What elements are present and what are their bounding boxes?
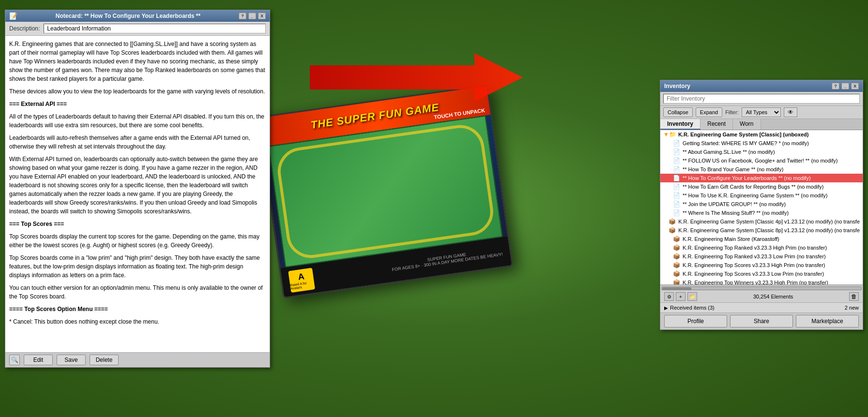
notecard-title-icon: 📝	[9, 12, 17, 20]
inventory-eye-btn[interactable]: 👁	[784, 107, 797, 117]
inventory-tabs: Inventory Recent Worn	[660, 119, 863, 130]
inventory-help-btn[interactable]: ?	[832, 83, 839, 89]
notecard-para-9: * Cancel: This button does nothing excep…	[9, 317, 266, 326]
board-rating: A Rated A for Avatars	[288, 268, 315, 293]
inventory-filter-label: Filter:	[725, 109, 739, 115]
received-label: ▶ Received items (3)	[664, 305, 715, 311]
inventory-received-row[interactable]: ▶ Received items (3) 2 new	[660, 303, 863, 313]
notecard-section-topscores: === Top Scores ===	[9, 220, 266, 228]
notecard-section-extapi: === External API ===	[9, 100, 266, 108]
notecard-search-icon-btn[interactable]: 🔍	[9, 355, 20, 365]
list-item-15[interactable]: 📦 K.R. Engineering Top Scores v3.23.3 Hi…	[660, 261, 863, 269]
inventory-share-btn[interactable]: Share	[730, 315, 793, 328]
list-item-4[interactable]: 📄 ** How To Brand Your Game ** (no modif…	[660, 165, 863, 174]
item-label-15: K.R. Engineering Top Scores v3.23.3 High…	[683, 262, 825, 268]
notecard-para-6: Top Scores boards display the current to…	[9, 232, 266, 250]
item-label-11: K.R. Engineering Game System [Classic 8p…	[678, 227, 860, 233]
item-label-8: ** Join the UPDATE GROUP! ** (no modify)	[683, 201, 786, 207]
inventory-search-input[interactable]	[663, 94, 860, 104]
item-label-3: ** FOLLOW US on Facebook, Google+ and Tw…	[683, 158, 838, 164]
inventory-expand-btn[interactable]: Expand	[696, 107, 722, 117]
doc-icon-7: 📄	[673, 192, 681, 199]
inventory-close-btn[interactable]: X	[851, 83, 859, 89]
box-icon-12: 📦	[673, 236, 681, 242]
notecard-para-5: With External API turned on, leaderboard…	[9, 155, 266, 216]
list-item-3[interactable]: 📄 ** FOLLOW US on Facebook, Google+ and …	[660, 156, 863, 165]
list-item-2[interactable]: 📄 ** About Gaming.SL.Live ** (no modify)	[660, 148, 863, 156]
item-label-4: ** How To Brand Your Game ** (no modify)	[683, 166, 783, 172]
notecard-para-2: These devices allow you to view the top …	[9, 87, 266, 96]
list-item-13[interactable]: 📦 K.R. Engineering Top Ranked v3.23.3 Hi…	[660, 243, 863, 252]
notecard-para-7: Top Scores boards come in a "low prim" a…	[9, 253, 266, 280]
received-text: Received items (3)	[670, 305, 715, 311]
item-label-5: ** How To Configure Your Leaderboards **…	[683, 175, 811, 181]
list-item-14[interactable]: 📦 K.R. Engineering Top Ranked v3.23.3 Lo…	[660, 252, 863, 261]
notecard-delete-btn[interactable]: Delete	[90, 355, 119, 365]
box-icon-14: 📦	[673, 253, 681, 260]
notecard-para-3: All of the types of Leaderboards default…	[9, 112, 266, 130]
received-arrow-icon: ▶	[664, 305, 668, 311]
doc-icon-6: 📄	[673, 183, 681, 190]
notecard-edit-btn[interactable]: Edit	[24, 355, 53, 365]
inventory-window: Inventory ? _ X Collapse Expand Filter: …	[660, 80, 863, 330]
item-label-12: K.R. Engineering Main Store (Karoastoff)	[683, 236, 779, 242]
notecard-help-btn[interactable]: ?	[239, 13, 246, 19]
tab-recent[interactable]: Recent	[700, 119, 733, 130]
box-icon-13: 📦	[673, 244, 681, 251]
notecard-para-4: Leaderboards will auto-refresh themselve…	[9, 134, 266, 151]
notecard-title-text: Notecard: ** How To Configure Your Leade…	[56, 13, 200, 19]
inventory-minimize-btn[interactable]: _	[841, 83, 849, 89]
notecard-minimize-btn[interactable]: _	[248, 13, 256, 19]
doc-icon-4: 📄	[673, 166, 681, 173]
board-box: THE SUPER FUN GAME TOUCH TO UNPACK A Rat…	[258, 84, 513, 298]
list-item-11[interactable]: 📦 K.R. Engineering Game System [Classic …	[660, 226, 863, 235]
folder-icon: ▼📁	[663, 131, 676, 138]
folder-label: K.R. Engineering Game System [Classic] (…	[678, 132, 809, 137]
notecard-desc-label: Description:	[9, 25, 40, 32]
game-board-inner: THE SUPER FUN GAME TOUCH TO UNPACK A Rat…	[258, 79, 556, 328]
inventory-list[interactable]: ▼📁 K.R. Engineering Game System [Classic…	[660, 130, 863, 285]
item-label-13: K.R. Engineering Top Ranked v3.23.3 High…	[683, 245, 827, 251]
item-label-16: K.R. Engineering Top Scores v3.23.3 Low …	[683, 271, 824, 277]
box-icon-16: 📦	[673, 270, 681, 277]
list-item-5-selected[interactable]: 📄 ** How To Configure Your Leaderboards …	[660, 174, 863, 182]
list-item-17[interactable]: 📦 K.R. Engineering Top Winners v3.23.3 H…	[660, 278, 863, 285]
inventory-trash-btn[interactable]: 🗑	[849, 292, 859, 301]
item-label-6: ** How To Earn Gift Cards for Reporting …	[683, 184, 823, 190]
notecard-para-8: You can touch either version for an opti…	[9, 283, 266, 301]
inventory-count: 30,254 Elements	[699, 294, 847, 299]
inventory-settings-btn[interactable]: ⚙	[664, 292, 674, 301]
inventory-collapse-btn[interactable]: Collapse	[663, 107, 693, 117]
hscroll-track	[661, 286, 862, 290]
notecard-titlebar-controls: ? _ X	[239, 13, 266, 19]
inventory-add-btn[interactable]: +	[676, 292, 685, 301]
doc-icon-1: 📄	[673, 140, 681, 147]
game-board-area: THE SUPER FUN GAME TOUCH TO UNPACK A Rat…	[271, 97, 542, 310]
inventory-marketplace-btn[interactable]: Marketplace	[796, 315, 859, 328]
list-item-16[interactable]: 📦 K.R. Engineering Top Scores v3.23.3 Lo…	[660, 269, 863, 278]
list-item-7[interactable]: 📄 ** How To Use K.R. Engineering Game Sy…	[660, 191, 863, 200]
item-label-9: ** Where Is The Missing Stuff? ** (no mo…	[683, 210, 789, 216]
svg-marker-0	[310, 53, 523, 102]
list-item-8[interactable]: 📄 ** Join the UPDATE GROUP! ** (no modif…	[660, 200, 863, 208]
notecard-close-btn[interactable]: X	[258, 13, 266, 19]
inventory-profile-btn[interactable]: Profile	[664, 315, 727, 328]
inventory-filter-select[interactable]: All Types Notecards Objects Scripts	[742, 107, 781, 117]
notecard-section-menu: ==== Top Scores Option Menu ====	[9, 305, 266, 313]
list-item-12[interactable]: 📦 K.R. Engineering Main Store (Karoastof…	[660, 235, 863, 243]
list-item-6[interactable]: 📄 ** How To Earn Gift Cards for Reportin…	[660, 182, 863, 191]
tab-inventory[interactable]: Inventory	[660, 119, 700, 130]
inventory-title-text: Inventory	[664, 83, 690, 89]
notecard-content[interactable]: K.R. Engineering games that are connecte…	[5, 36, 270, 352]
list-item-1[interactable]: 📄 Getting Started: WHERE IS MY GAME? * (…	[660, 139, 863, 148]
inventory-folder-btn[interactable]: 📁	[687, 292, 697, 301]
tab-worn[interactable]: Worn	[733, 119, 761, 130]
received-count: 2 new	[845, 305, 859, 311]
list-item-10[interactable]: 📦 K.R. Engineering Game System [Classic …	[660, 217, 863, 226]
box-icon-10: 📦	[669, 218, 676, 225]
list-item-folder-kr[interactable]: ▼📁 K.R. Engineering Game System [Classic…	[660, 130, 863, 139]
doc-icon-5: 📄	[673, 175, 681, 181]
list-item-9[interactable]: 📄 ** Where Is The Missing Stuff? ** (no …	[660, 208, 863, 217]
inventory-hscroll[interactable]	[660, 285, 863, 291]
notecard-save-btn[interactable]: Save	[57, 355, 86, 365]
